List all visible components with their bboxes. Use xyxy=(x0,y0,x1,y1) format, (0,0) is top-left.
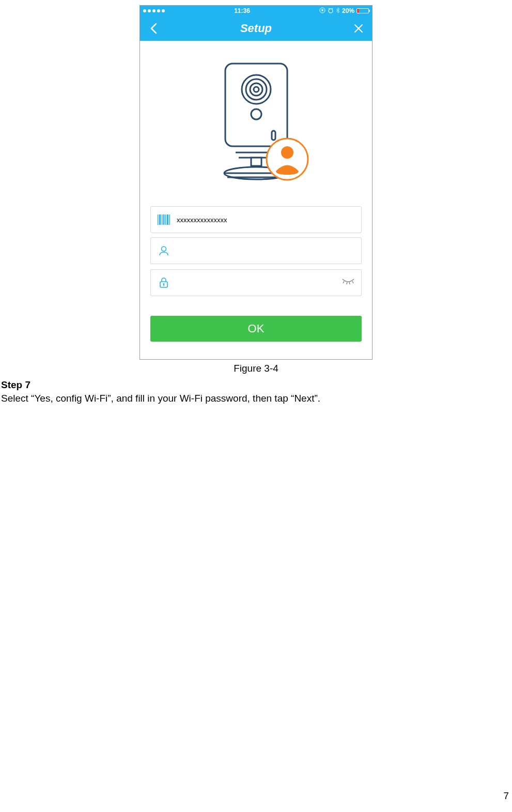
ok-button[interactable]: OK xyxy=(150,316,362,342)
svg-rect-25 xyxy=(167,215,168,225)
eye-closed-icon[interactable] xyxy=(342,278,355,287)
svg-line-31 xyxy=(343,281,344,283)
figure-caption: Figure 3-4 xyxy=(0,363,512,374)
signal-dots xyxy=(143,9,165,12)
step-heading: Step 7 xyxy=(0,379,512,391)
back-button[interactable] xyxy=(147,22,160,35)
svg-rect-23 xyxy=(163,215,165,225)
barcode-value: xxxxxxxxxxxxxxx xyxy=(177,216,355,224)
svg-rect-21 xyxy=(159,215,161,225)
page-number: 7 xyxy=(503,790,509,802)
svg-rect-1 xyxy=(321,9,323,11)
status-time: 11:36 xyxy=(234,7,250,14)
ok-button-label: OK xyxy=(248,322,265,335)
barcode-field[interactable]: xxxxxxxxxxxxxxx xyxy=(150,206,362,233)
person-icon xyxy=(157,244,170,257)
svg-point-27 xyxy=(162,247,166,251)
nav-bar: Setup xyxy=(140,16,372,41)
svg-rect-11 xyxy=(272,131,275,140)
svg-line-33 xyxy=(349,282,350,284)
phone-screenshot: 11:36 20% Setup xyxy=(139,5,373,360)
svg-rect-24 xyxy=(165,215,166,225)
nav-title: Setup xyxy=(240,22,272,35)
barcode-icon xyxy=(157,213,170,226)
lock-icon xyxy=(157,276,170,289)
svg-rect-20 xyxy=(158,215,159,225)
alarm-icon xyxy=(328,7,334,15)
svg-rect-26 xyxy=(169,215,170,225)
svg-line-3 xyxy=(329,8,330,9)
svg-line-32 xyxy=(347,282,347,284)
camera-illustration xyxy=(150,49,362,198)
battery-percent: 20% xyxy=(342,7,354,14)
svg-line-4 xyxy=(332,8,333,9)
svg-rect-14 xyxy=(251,158,261,166)
svg-point-19 xyxy=(281,146,293,159)
battery-icon xyxy=(356,8,369,13)
status-bar: 11:36 20% xyxy=(140,6,372,16)
svg-rect-22 xyxy=(162,215,163,225)
lock-rotation-icon xyxy=(319,7,325,15)
svg-point-10 xyxy=(251,109,261,119)
username-field[interactable] xyxy=(150,237,362,264)
svg-point-2 xyxy=(329,9,333,13)
step-text: Select “Yes, config Wi-Fi”, and fill in … xyxy=(0,393,512,404)
svg-point-9 xyxy=(254,87,259,92)
bluetooth-icon xyxy=(336,7,340,15)
svg-line-34 xyxy=(352,281,353,283)
close-button[interactable] xyxy=(352,22,365,35)
password-field[interactable] xyxy=(150,269,362,296)
